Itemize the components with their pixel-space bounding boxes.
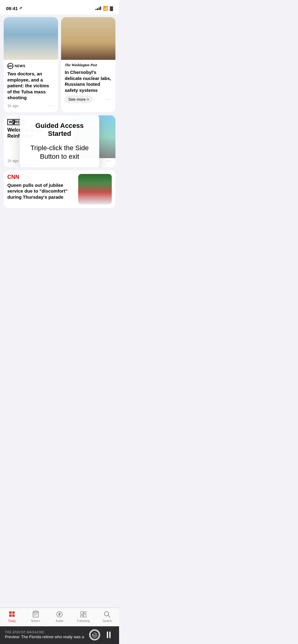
wifi-icon: 📶 (103, 6, 108, 11)
cnn-logo: CNN (7, 174, 75, 180)
wapo-logo: The Washington Post (65, 63, 97, 67)
location-icon: ↗ (19, 6, 22, 10)
wired-footer: 1h ago · Grace Browne ··· (4, 158, 115, 167)
abc-logo: abc (7, 63, 13, 69)
article-time-wired: 1h ago · Grace Browne (7, 159, 45, 163)
article-image-arch (73, 115, 115, 158)
article-title-wapo: In Chernobyl's delicate nuclear labs, Ru… (65, 69, 112, 93)
article-card-wapo[interactable]: The Washington Post In Chernobyl's delic… (61, 17, 115, 112)
wired-row: WIRED Welcome to the Reinfection (4, 115, 115, 158)
app-container: 09:41 ↗ 📶 ▓ (0, 0, 119, 266)
card-row-1: abc NEWS Two doctors, an employee, and a… (4, 17, 115, 112)
article-image-chernobyl (61, 17, 115, 60)
source-abc: abc NEWS (7, 63, 54, 69)
card-body-abc: abc NEWS Two doctors, an employee, and a… (4, 60, 58, 112)
article-author-wired: Grace Browne (22, 159, 45, 163)
more-options-abc[interactable]: ··· (49, 103, 54, 109)
wired-left: WIRED Welcome to the Reinfection (4, 115, 73, 158)
see-more-button[interactable]: See more > (65, 96, 93, 103)
signal-icon (96, 6, 101, 10)
news-feed: abc NEWS Two doctors, an employee, and a… (0, 15, 119, 266)
article-card-wired[interactable]: WIRED Welcome to the Reinfection 1h ago … (4, 115, 115, 167)
article-card-cnn[interactable]: CNN Queen pulls out of jubilee service d… (4, 170, 115, 208)
cnn-text: CNN Queen pulls out of jubilee service d… (7, 174, 75, 203)
article-card-abc[interactable]: abc NEWS Two doctors, an employee, and a… (4, 17, 58, 112)
article-title-wired: Welcome to the Reinfection (7, 127, 69, 140)
more-options-wapo[interactable]: ··· (106, 97, 112, 102)
card-body-wapo: The Washington Post In Chernobyl's delic… (61, 60, 115, 107)
article-image-doctor (4, 17, 58, 60)
battery-icon: ▓ (110, 6, 113, 11)
article-time-abc: 1h ago (7, 104, 19, 108)
article-title-abc: Two doctors, an employee, and a patient:… (7, 71, 54, 101)
wired-logo: WIRED (7, 119, 25, 125)
more-options-wired[interactable]: ··· (106, 158, 112, 164)
status-time: 09:41 ↗ (6, 6, 22, 11)
cnn-row: CNN Queen pulls out of jubilee service d… (4, 170, 115, 208)
card-footer-abc: 1h ago ··· (7, 103, 54, 109)
status-icons: 📶 ▓ (96, 6, 113, 11)
article-title-cnn: Queen pulls out of jubilee service due t… (7, 182, 75, 200)
article-image-jubilee (78, 174, 112, 204)
status-bar: 09:41 ↗ 📶 ▓ (0, 0, 119, 15)
source-wapo: The Washington Post (65, 63, 112, 67)
card-footer-wapo: See more > ··· (65, 96, 112, 103)
